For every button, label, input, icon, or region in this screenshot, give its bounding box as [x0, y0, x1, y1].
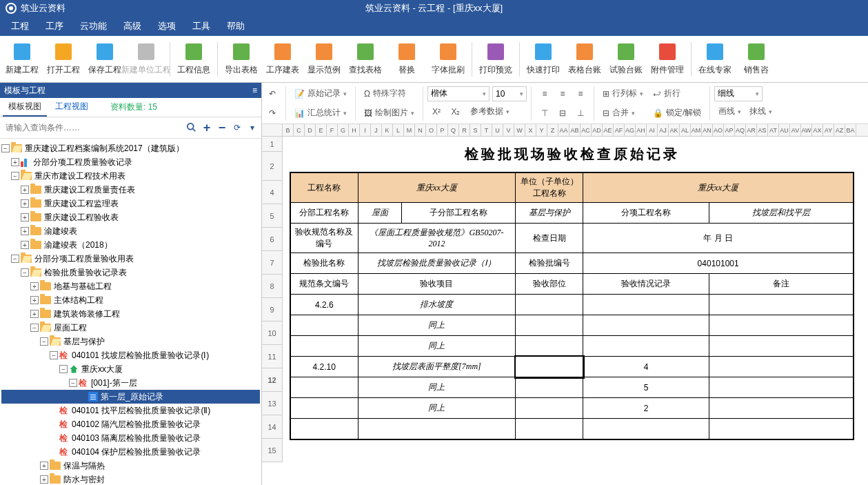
tree-node[interactable]: −基层与保护 [1, 335, 260, 348]
col-header-AE[interactable]: AE [603, 124, 614, 136]
cell[interactable]: 5 [583, 377, 709, 398]
cell[interactable]: 4 [583, 357, 709, 377]
col-header-M[interactable]: M [404, 124, 415, 136]
add-icon[interactable]: + [201, 121, 213, 134]
tab-template-view[interactable]: 模板视图 [3, 98, 47, 117]
refresh-icon[interactable]: ⟳ [231, 121, 243, 134]
col-header-AX[interactable]: AX [812, 124, 823, 136]
col-header[interactable]: 验收部位 [516, 274, 583, 295]
col-header-W[interactable]: W [514, 124, 525, 136]
tree-node[interactable]: +防水与密封 [1, 473, 260, 485]
tree-record[interactable]: 检040104 保护层检验批质量验收记录 [1, 445, 260, 459]
cell[interactable] [709, 357, 854, 377]
special-char-button[interactable]: Ω 特殊字符 [360, 85, 418, 103]
inspection-table[interactable]: 工程名称 重庆xx大厦 单位（子单位）工程名称 重庆xx大厦 分部工程名称 屋面… [290, 172, 854, 440]
align-right-button[interactable]: ≡ [572, 85, 589, 103]
cell[interactable]: 检验批名称 [290, 253, 358, 274]
cell[interactable]: 2 [583, 398, 709, 419]
menu-help[interactable]: 帮助 [219, 17, 253, 36]
sum-stat-button[interactable]: 📊 汇总统计 ▾ [290, 104, 351, 122]
tree-record[interactable]: 检040101 找平层检验批质量验收记录(Ⅱ) [1, 404, 260, 417]
menu-project[interactable]: 工程 [3, 17, 37, 36]
col-header-AT[interactable]: AT [768, 124, 779, 136]
chevron-down-icon[interactable]: ▾ [246, 121, 259, 134]
toolbar-新建单位工程[interactable]: 新建单位工程 [125, 39, 167, 80]
cell[interactable] [290, 419, 358, 439]
tree-node[interactable]: −屋面工程 [1, 321, 260, 335]
col-header-AU[interactable]: AU [779, 124, 790, 136]
cell[interactable]: 重庆xx大厦 [583, 172, 854, 203]
tree-node[interactable]: +渝建竣表（2018） [1, 238, 260, 252]
cell[interactable]: 4.2.10 [290, 357, 358, 377]
col-header-AY[interactable]: AY [823, 124, 834, 136]
row-num[interactable]: 10 [262, 321, 283, 345]
cell[interactable]: 检验批编号 [516, 253, 583, 274]
toolbar-字体批刷[interactable]: 字体批刷 [427, 39, 469, 80]
col-header-AL[interactable]: AL [680, 124, 691, 136]
col-header-AR[interactable]: AR [746, 124, 757, 136]
cell[interactable]: 屋面 [358, 203, 401, 224]
cell[interactable]: 分项工程名称 [583, 203, 709, 224]
toolbar-导出表格[interactable]: 导出表格 [221, 39, 262, 80]
col-header-AG[interactable]: AG [625, 124, 636, 136]
tree-view[interactable]: −重庆建设工程档案编制系统2017（建筑版） +分部分项工程质量验收记录 −重庆… [0, 139, 261, 485]
col-header-Q[interactable]: Q [448, 124, 459, 136]
tree-node[interactable]: +建筑装饰装修工程 [1, 307, 260, 321]
col-header-AI[interactable]: AI [647, 124, 658, 136]
tree-node[interactable]: +主体结构工程 [1, 293, 260, 307]
row-num[interactable]: 11 [262, 345, 283, 368]
cell[interactable] [290, 315, 358, 336]
merge-button[interactable]: ⊟ 合并 ▾ [598, 104, 647, 122]
cell[interactable] [516, 377, 583, 398]
row-num[interactable]: 4 [262, 181, 283, 204]
row-num[interactable]: 15 [262, 439, 283, 462]
cell[interactable] [290, 398, 358, 419]
cell[interactable]: 检查日期 [516, 224, 583, 253]
toolbar-销售咨[interactable]: 销售咨 [736, 39, 777, 80]
draw-line-button[interactable]: 画线▾ [714, 103, 745, 121]
undo-button[interactable]: ↶ [263, 85, 281, 103]
col-header-BA[interactable]: BA [845, 124, 856, 136]
tree-record[interactable]: −检040101 找坡层检验批质量验收记录(Ⅰ) [1, 348, 260, 362]
col-header-S[interactable]: S [470, 124, 481, 136]
remove-icon[interactable]: − [216, 121, 228, 134]
row-num[interactable]: 9 [262, 298, 283, 321]
col-header-AN[interactable]: AN [702, 124, 713, 136]
cell[interactable] [709, 377, 854, 398]
col-header-D[interactable]: D [305, 124, 316, 136]
toolbar-工程信息[interactable]: 工程信息 [173, 39, 214, 80]
cell[interactable] [709, 295, 854, 315]
col-header[interactable]: 验收项目 [358, 274, 516, 295]
col-header-AF[interactable]: AF [614, 124, 625, 136]
col-header[interactable]: 备注 [709, 274, 854, 295]
tree-node[interactable]: −检验批质量验收记录表 [1, 266, 260, 279]
row-col-button[interactable]: ⊞ 行列标 ▾ [598, 85, 647, 103]
col-header[interactable]: 验收情况记录 [583, 274, 709, 295]
tree-node[interactable]: +重庆建设工程质量责任表 [1, 183, 260, 197]
spreadsheet[interactable]: BCDEFGHIJKLMNOPQRSTUVWXYZAAABACADAEAFAGA… [262, 124, 868, 485]
cell[interactable]: 单位（子单位）工程名称 [516, 172, 583, 203]
cell[interactable]: 同上 [358, 377, 516, 398]
col-header-G[interactable]: G [338, 124, 349, 136]
original-record-button[interactable]: 📝 原始记录 ▾ [290, 85, 351, 103]
col-header[interactable]: 规范条文编号 [290, 274, 358, 295]
align-center-button[interactable]: ≡ [554, 85, 572, 103]
col-header-AH[interactable]: AH [636, 124, 647, 136]
col-header-P[interactable]: P [437, 124, 448, 136]
row-num[interactable]: 8 [262, 275, 283, 298]
cell[interactable]: 年 月 日 [583, 224, 854, 253]
cell[interactable] [290, 377, 358, 398]
col-header-AJ[interactable]: AJ [658, 124, 669, 136]
lock-button[interactable]: 🔒 锁定/解锁 [649, 104, 705, 122]
cell[interactable]: 验收规范名称及编号 [290, 224, 358, 253]
col-header-Y[interactable]: Y [536, 124, 547, 136]
row-num[interactable]: 7 [262, 251, 283, 275]
col-header-AO[interactable]: AO [713, 124, 724, 136]
cell[interactable]: 工程名称 [290, 172, 358, 203]
toolbar-打印预览[interactable]: 打印预览 [475, 39, 516, 80]
cell[interactable]: 子分部工程名称 [401, 203, 516, 224]
menu-procedure[interactable]: 工序 [37, 17, 72, 36]
col-header-Z[interactable]: Z [547, 124, 558, 136]
subscript-button[interactable]: X₂ [447, 103, 465, 121]
tree-node[interactable]: +分部分项工程质量验收记录 [1, 155, 260, 169]
